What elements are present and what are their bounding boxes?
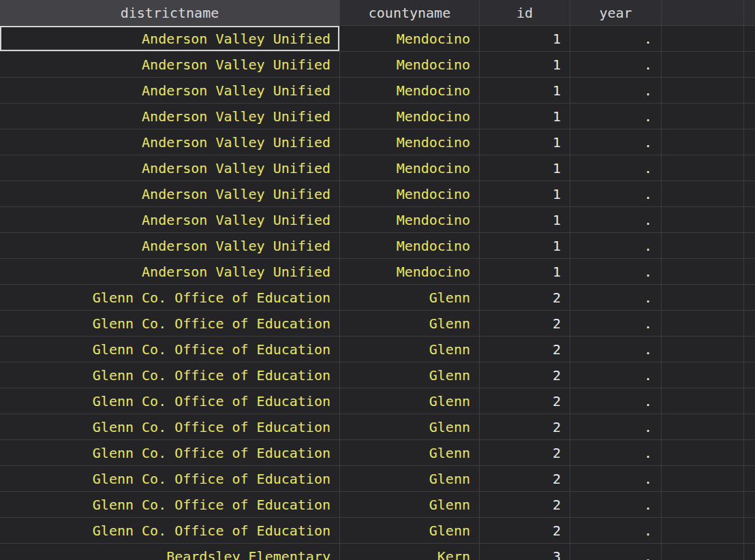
column-header-id[interactable]: id	[480, 0, 570, 25]
cell-countyname[interactable]: Glenn	[340, 362, 480, 388]
cell-id[interactable]: 1	[480, 155, 570, 181]
cell-id[interactable]: 2	[480, 518, 570, 543]
cell-id[interactable]: 1	[480, 259, 570, 284]
column-header-blank[interactable]	[744, 0, 755, 25]
cell-countyname[interactable]: Glenn	[340, 492, 480, 517]
cell-districtname[interactable]: Anderson Valley Unified	[0, 207, 340, 232]
cell-blank2[interactable]	[744, 52, 755, 77]
cell-countyname[interactable]: Glenn	[340, 414, 480, 439]
cell-blank2[interactable]	[744, 388, 755, 414]
cell-blank1[interactable]	[662, 129, 744, 155]
cell-blank2[interactable]	[744, 104, 755, 129]
cell-year[interactable]: .	[570, 414, 662, 439]
cell-id[interactable]: 1	[480, 26, 570, 51]
cell-blank2[interactable]	[744, 129, 755, 155]
cell-blank1[interactable]	[662, 104, 744, 129]
cell-countyname[interactable]: Mendocino	[340, 181, 480, 206]
column-header-districtname[interactable]: districtname	[0, 0, 340, 25]
cell-id[interactable]: 1	[480, 207, 570, 232]
cell-blank2[interactable]	[744, 440, 755, 465]
cell-blank1[interactable]	[662, 207, 744, 232]
column-header-blank[interactable]	[662, 0, 744, 25]
cell-id[interactable]: 2	[480, 388, 570, 414]
cell-blank1[interactable]	[662, 311, 744, 336]
cell-year[interactable]: .	[570, 104, 662, 129]
selected-cell-districtname[interactable]: Anderson Valley Unified	[0, 26, 340, 51]
cell-year[interactable]: .	[570, 440, 662, 465]
cell-districtname[interactable]: Glenn Co. Office of Education	[0, 492, 340, 517]
cell-districtname[interactable]: Anderson Valley Unified	[0, 233, 340, 258]
cell-districtname[interactable]: Glenn Co. Office of Education	[0, 440, 340, 465]
cell-blank2[interactable]	[744, 362, 755, 388]
cell-districtname[interactable]: Anderson Valley Unified	[0, 129, 340, 155]
cell-districtname[interactable]: Glenn Co. Office of Education	[0, 362, 340, 388]
cell-countyname[interactable]: Glenn	[340, 518, 480, 543]
cell-year[interactable]: .	[570, 311, 662, 336]
cell-countyname[interactable]: Glenn	[340, 466, 480, 491]
cell-districtname[interactable]: Glenn Co. Office of Education	[0, 337, 340, 362]
cell-countyname[interactable]: Mendocino	[340, 233, 480, 258]
cell-districtname[interactable]: Glenn Co. Office of Education	[0, 388, 340, 414]
cell-year[interactable]: .	[570, 207, 662, 232]
cell-blank2[interactable]	[744, 233, 755, 258]
cell-id[interactable]: 2	[480, 414, 570, 439]
cell-countyname[interactable]: Mendocino	[340, 26, 480, 51]
cell-districtname[interactable]: Glenn Co. Office of Education	[0, 285, 340, 310]
cell-year[interactable]: .	[570, 337, 662, 362]
cell-blank1[interactable]	[662, 362, 744, 388]
cell-blank1[interactable]	[662, 155, 744, 181]
cell-blank2[interactable]	[744, 78, 755, 103]
cell-blank2[interactable]	[744, 337, 755, 362]
cell-id[interactable]: 1	[480, 104, 570, 129]
cell-districtname[interactable]: Anderson Valley Unified	[0, 104, 340, 129]
cell-countyname[interactable]: Mendocino	[340, 155, 480, 181]
cell-year[interactable]: .	[570, 362, 662, 388]
cell-countyname[interactable]: Glenn	[340, 388, 480, 414]
cell-id[interactable]: 2	[480, 337, 570, 362]
cell-id[interactable]: 2	[480, 311, 570, 336]
cell-id[interactable]: 2	[480, 440, 570, 465]
cell-year[interactable]: .	[570, 52, 662, 77]
cell-id[interactable]: 1	[480, 181, 570, 206]
cell-blank1[interactable]	[662, 518, 744, 543]
cell-districtname[interactable]: Glenn Co. Office of Education	[0, 466, 340, 491]
cell-countyname[interactable]: Glenn	[340, 337, 480, 362]
cell-blank2[interactable]	[744, 311, 755, 336]
column-header-year[interactable]: year	[570, 0, 662, 25]
cell-blank1[interactable]	[662, 259, 744, 284]
cell-countyname[interactable]: Mendocino	[340, 207, 480, 232]
cell-blank1[interactable]	[662, 388, 744, 414]
cell-blank2[interactable]	[744, 518, 755, 543]
cell-blank2[interactable]	[744, 181, 755, 206]
cell-blank2[interactable]	[744, 207, 755, 232]
cell-id[interactable]: 2	[480, 466, 570, 491]
cell-blank2[interactable]	[744, 285, 755, 310]
cell-countyname[interactable]: Mendocino	[340, 129, 480, 155]
cell-id[interactable]: 1	[480, 78, 570, 103]
cell-id[interactable]: 2	[480, 492, 570, 517]
cell-districtname[interactable]: Glenn Co. Office of Education	[0, 518, 340, 543]
cell-blank1[interactable]	[662, 78, 744, 103]
cell-year[interactable]: .	[570, 285, 662, 310]
cell-blank1[interactable]	[662, 466, 744, 491]
cell-countyname[interactable]: Mendocino	[340, 104, 480, 129]
cell-districtname[interactable]: Glenn Co. Office of Education	[0, 414, 340, 439]
cell-countyname[interactable]: Mendocino	[340, 78, 480, 103]
cell-districtname[interactable]: Glenn Co. Office of Education	[0, 311, 340, 336]
cell-countyname[interactable]: Mendocino	[340, 259, 480, 284]
cell-blank1[interactable]	[662, 492, 744, 517]
cell-id[interactable]: 1	[480, 52, 570, 77]
cell-year[interactable]: .	[570, 259, 662, 284]
cell-blank2[interactable]	[744, 259, 755, 284]
cell-year[interactable]: .	[570, 233, 662, 258]
cell-districtname[interactable]: Anderson Valley Unified	[0, 155, 340, 181]
cell-year[interactable]: .	[570, 466, 662, 491]
cell-countyname[interactable]: Kern	[340, 544, 480, 560]
cell-id[interactable]: 1	[480, 233, 570, 258]
cell-districtname[interactable]: Anderson Valley Unified	[0, 259, 340, 284]
cell-year[interactable]: .	[570, 78, 662, 103]
cell-blank2[interactable]	[744, 544, 755, 560]
cell-blank2[interactable]	[744, 414, 755, 439]
cell-year[interactable]: .	[570, 155, 662, 181]
cell-districtname[interactable]: Anderson Valley Unified	[0, 181, 340, 206]
